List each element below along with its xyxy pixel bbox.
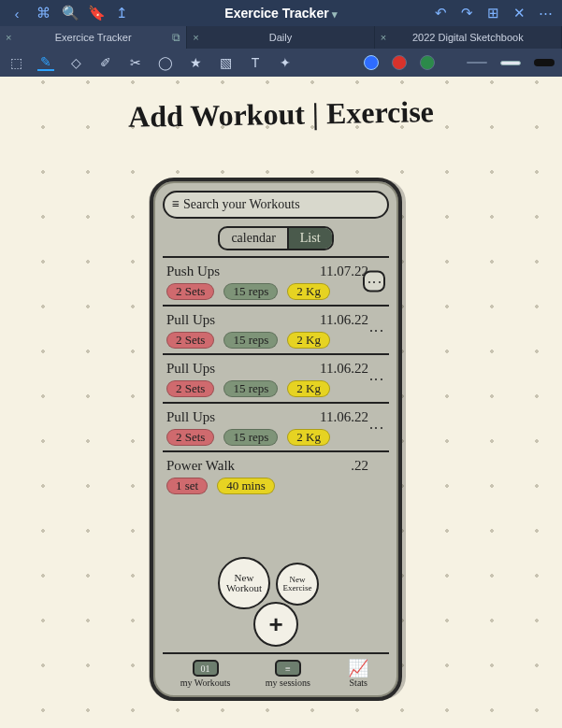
kebab-icon[interactable]: ⋮ bbox=[367, 372, 385, 386]
sets-badge: 1 set bbox=[166, 478, 208, 494]
search-placeholder: Search your Workouts bbox=[183, 197, 300, 212]
weight-badge: 2 Kg bbox=[287, 429, 330, 446]
highlighter-tool-icon[interactable]: ✐ bbox=[97, 54, 114, 71]
document-tabs: × Exercice Tracker ⧉ × Daily × 2022 Digi… bbox=[0, 26, 562, 49]
workout-date: 11.06.22 bbox=[320, 311, 368, 329]
eraser-tool-icon[interactable]: ◇ bbox=[67, 54, 84, 71]
workout-name: Pull Ups bbox=[166, 360, 215, 378]
lasso-tool-icon[interactable]: ◯ bbox=[157, 54, 174, 71]
calendar-icon: 01 bbox=[193, 660, 219, 677]
pen-tool-icon[interactable]: ✎ bbox=[37, 54, 54, 71]
color-swatch-blue[interactable] bbox=[364, 55, 379, 70]
close-icon[interactable]: × bbox=[193, 32, 198, 43]
image-tool-icon[interactable]: ▧ bbox=[217, 54, 234, 71]
cut-tool-icon[interactable]: ✂ bbox=[127, 54, 144, 71]
workout-date: 11.07.22 bbox=[320, 263, 368, 280]
workout-name: Pull Ups bbox=[166, 408, 215, 426]
stroke-thick[interactable] bbox=[534, 59, 555, 66]
workout-date: 11.06.22 bbox=[320, 408, 368, 426]
kebab-icon[interactable]: ⋮ bbox=[367, 323, 385, 337]
close-icon[interactable]: × bbox=[381, 32, 386, 43]
list-icon: ≡ bbox=[275, 660, 301, 677]
reps-badge: 15 reps bbox=[223, 429, 278, 446]
nav-label: my sessions bbox=[266, 678, 310, 688]
undo-icon[interactable]: ↶ bbox=[433, 5, 448, 21]
tab-label: Daily bbox=[269, 32, 292, 43]
tab-label: 2022 Digital Sketchbook bbox=[412, 32, 524, 43]
weight-badge: 2 Kg bbox=[287, 283, 330, 300]
sets-badge: 2 Sets bbox=[166, 283, 214, 300]
list-item[interactable]: Pull Ups 11.06.22 2 Sets 15 reps 2 Kg ⋮ bbox=[163, 402, 389, 450]
hamburger-icon[interactable]: ≡ bbox=[172, 197, 178, 212]
tab-daily[interactable]: × Daily bbox=[187, 26, 374, 49]
toggle-list[interactable]: List bbox=[289, 228, 332, 249]
drawing-toolbar: ⬚ ✎ ◇ ✐ ✂ ◯ ★ ▧ T ✦ bbox=[0, 49, 562, 77]
app-menubar: ‹ ⌘ 🔍 🔖 ↥ Exercice Tracker ↶ ↷ ⊞ ✕ ⋯ bbox=[0, 0, 562, 26]
nav-sessions[interactable]: ≡ my sessions bbox=[266, 660, 310, 688]
new-page-icon[interactable]: ⧉ bbox=[172, 31, 180, 44]
search-icon[interactable]: 🔍 bbox=[62, 5, 77, 21]
close-icon[interactable]: ✕ bbox=[512, 5, 526, 21]
phone-wireframe: ≡ Search your Workouts calendar List Pus… bbox=[150, 178, 402, 701]
view-toggle[interactable]: calendar List bbox=[218, 226, 333, 250]
add-button[interactable]: + bbox=[253, 602, 298, 647]
list-item[interactable]: Pull Ups 11.06.22 2 Sets 15 reps 2 Kg ⋮ bbox=[163, 305, 389, 353]
share-icon[interactable]: ↥ bbox=[114, 5, 129, 21]
kebab-icon[interactable]: ⋮ bbox=[367, 421, 385, 435]
sets-badge: 2 Sets bbox=[166, 380, 214, 397]
list-item[interactable]: Pull Ups 11.06.22 2 Sets 15 reps 2 Kg ⋮ bbox=[163, 353, 389, 402]
duration-badge: 40 mins bbox=[217, 478, 275, 494]
new-exercise-button[interactable]: New Exercise bbox=[276, 563, 319, 606]
reps-badge: 15 reps bbox=[223, 283, 278, 300]
new-icon[interactable]: ⊞ bbox=[485, 5, 500, 21]
reps-badge: 15 reps bbox=[223, 380, 278, 397]
workout-date: .22 bbox=[351, 457, 368, 475]
nav-label: my Workouts bbox=[180, 678, 231, 688]
apps-icon[interactable]: ⌘ bbox=[36, 5, 50, 21]
weight-badge: 2 Kg bbox=[287, 380, 330, 397]
tab-label: Exercice Tracker bbox=[55, 32, 132, 43]
search-input[interactable]: ≡ Search your Workouts bbox=[163, 191, 389, 219]
list-item[interactable]: Push Ups 11.07.22 2 Sets 15 reps 2 Kg ⋮ bbox=[163, 256, 389, 305]
stroke-thin[interactable] bbox=[467, 62, 487, 64]
magic-tool-icon[interactable]: ✦ bbox=[277, 54, 294, 71]
color-swatch-green[interactable] bbox=[420, 55, 435, 70]
fab-cluster: New Workout New Exercise + bbox=[210, 535, 341, 647]
stroke-medium[interactable] bbox=[500, 61, 521, 65]
workout-date: 11.06.22 bbox=[320, 360, 368, 378]
tab-2022-sketchbook[interactable]: × 2022 Digital Sketchbook bbox=[375, 26, 562, 49]
close-icon[interactable]: × bbox=[6, 32, 11, 43]
more-icon[interactable]: ⋯ bbox=[538, 5, 553, 21]
document-title[interactable]: Exercice Tracker bbox=[140, 6, 422, 21]
list-item[interactable]: Power Walk .22 1 set 40 mins bbox=[163, 450, 389, 499]
color-swatch-red[interactable] bbox=[392, 55, 407, 70]
chart-icon: 📈 bbox=[345, 660, 371, 677]
text-tool-icon[interactable]: T bbox=[247, 54, 264, 71]
redo-icon[interactable]: ↷ bbox=[459, 5, 474, 21]
bookmark-icon[interactable]: 🔖 bbox=[88, 5, 103, 21]
workout-name: Pull Ups bbox=[166, 311, 215, 329]
select-tool-icon[interactable]: ⬚ bbox=[7, 54, 24, 71]
nav-stats[interactable]: 📈 Stats bbox=[345, 660, 371, 688]
sets-badge: 2 Sets bbox=[166, 332, 214, 349]
workout-name: Push Ups bbox=[166, 263, 220, 280]
tab-exercice-tracker[interactable]: × Exercice Tracker ⧉ bbox=[0, 26, 187, 49]
nav-workouts[interactable]: 01 my Workouts bbox=[180, 660, 231, 688]
reps-badge: 15 reps bbox=[223, 332, 278, 349]
bottom-nav: 01 my Workouts ≡ my sessions 📈 Stats bbox=[163, 652, 389, 693]
notebook-canvas[interactable]: Add Workout | Exercise ≡ Search your Wor… bbox=[0, 77, 562, 728]
page-title: Add Workout | Exercise bbox=[0, 93, 562, 136]
stamp-tool-icon[interactable]: ★ bbox=[187, 54, 204, 71]
sets-badge: 2 Sets bbox=[166, 429, 214, 446]
kebab-icon[interactable]: ⋮ bbox=[363, 271, 385, 293]
nav-label: Stats bbox=[350, 678, 367, 688]
workout-name: Power Walk bbox=[166, 457, 235, 475]
weight-badge: 2 Kg bbox=[287, 332, 330, 349]
new-workout-button[interactable]: New Workout bbox=[218, 557, 270, 609]
back-icon[interactable]: ‹ bbox=[9, 6, 24, 21]
toggle-calendar[interactable]: calendar bbox=[220, 228, 288, 249]
